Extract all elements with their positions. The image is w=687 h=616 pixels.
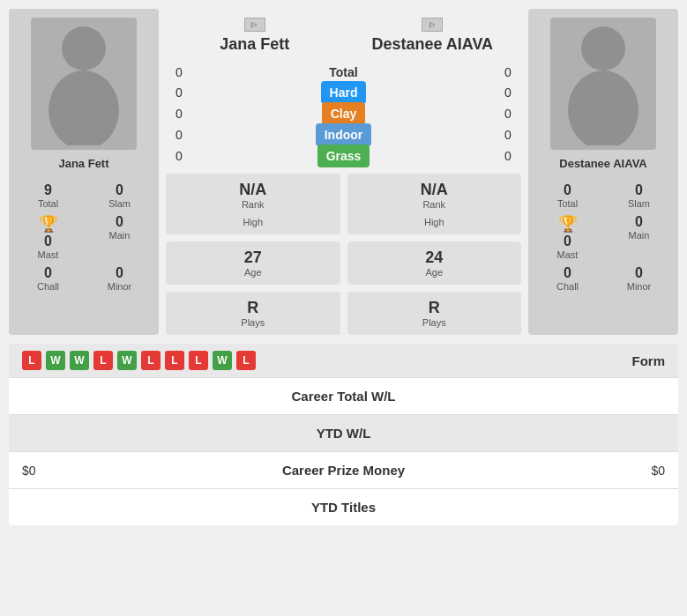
- left-main-cell: 0 Main: [85, 212, 154, 262]
- right-plays-label: Plays: [361, 317, 509, 328]
- left-plays-label: Plays: [179, 317, 327, 328]
- form-label: Form: [632, 353, 666, 368]
- svg-point-2: [581, 26, 625, 71]
- surface-right-clay: 0: [495, 107, 521, 121]
- surface-left-hard: 0: [166, 85, 192, 100]
- surface-row-grass: 0 Grass 0: [166, 145, 521, 167]
- career-prize-row: $0 Career Prize Money $0: [9, 452, 678, 489]
- names-row: 🏳 Jana Fett 🏳 Destanee AIAVA: [166, 9, 521, 63]
- right-main-label: Main: [604, 230, 674, 241]
- main-container: Jana Fett 9 Total 0 Slam 🏆 0 Mast: [0, 0, 687, 534]
- surface-section: 0 Hard 0 0 Clay 0 0 Indoor 0 0 Grass 0: [166, 82, 521, 167]
- form-badge-9: L: [236, 351, 256, 370]
- career-prize-left: $0: [22, 464, 128, 478]
- right-slam-label: Slam: [604, 198, 674, 209]
- left-plays-value: R: [179, 299, 327, 317]
- right-trophy-icon: 🏆: [533, 214, 602, 234]
- right-total-label: Total: [533, 198, 602, 209]
- right-country-flag: 🏳: [422, 18, 443, 32]
- right-chall-label: Chall: [533, 281, 602, 292]
- surface-row-hard: 0 Hard 0: [166, 82, 521, 103]
- ytd-titles-label: YTD Titles: [22, 500, 665, 515]
- surface-right-indoor: 0: [495, 128, 521, 142]
- left-header-name: Jana Fett: [166, 35, 344, 54]
- left-country-flag: 🏳: [244, 18, 265, 32]
- left-total-cell: 9 Total: [13, 181, 83, 211]
- right-slam-cell: 0 Slam: [604, 181, 674, 211]
- center-col: 🏳 Jana Fett 🏳 Destanee AIAVA 0 Total 0: [166, 9, 521, 335]
- left-avatar-image: [31, 18, 137, 150]
- left-plays-panel: R Plays: [166, 292, 340, 335]
- left-minor-value: 0: [85, 265, 154, 281]
- ytd-wl-row: YTD W/L: [9, 415, 678, 452]
- plays-panels-row: R Plays R Plays: [166, 292, 521, 335]
- svg-point-1: [49, 71, 119, 145]
- left-stats-grid: 9 Total 0 Slam 🏆 0 Mast 0 Main: [13, 181, 154, 293]
- surface-right-hard: 0: [495, 85, 521, 100]
- bottom-section: LWWLWLLLWLForm Career Total W/L YTD W/L …: [9, 344, 678, 525]
- left-chall-cell: 0 Chall: [13, 263, 83, 293]
- right-total-value: 0: [533, 182, 602, 198]
- right-minor-cell: 0 Minor: [604, 263, 674, 293]
- right-player-avatar-box: Destanee AIAVA 0 Total 0 Slam 🏆 0 Mast 0: [528, 9, 678, 335]
- right-avatar-image: [550, 18, 656, 150]
- surface-btn-indoor[interactable]: Indoor: [316, 123, 372, 146]
- left-high-label: High: [179, 217, 327, 227]
- form-badge-1: W: [46, 351, 65, 370]
- left-main-label: Main: [85, 230, 154, 241]
- right-mast-label: Mast: [533, 249, 602, 260]
- career-wl-label: Career Total W/L: [22, 389, 665, 404]
- right-age-label: Age: [361, 267, 509, 278]
- career-wl-row: Career Total W/L: [9, 378, 678, 415]
- total-right-val: 0: [495, 65, 521, 79]
- right-age-panel: 24 Age: [347, 241, 522, 285]
- right-plays-panel: R Plays: [347, 292, 522, 335]
- left-rank-value: N/A: [179, 181, 327, 199]
- surface-btn-hard[interactable]: Hard: [321, 81, 367, 104]
- left-slam-label: Slam: [85, 198, 154, 209]
- career-prize-label: Career Prize Money: [128, 463, 559, 478]
- left-age-label: Age: [179, 267, 327, 278]
- form-badge-7: L: [189, 351, 208, 370]
- right-mast-cell: 🏆 0 Mast: [533, 212, 602, 262]
- right-chall-cell: 0 Chall: [533, 263, 602, 293]
- left-trophy-icon: 🏆: [13, 214, 83, 234]
- surface-btn-grass[interactable]: Grass: [317, 145, 370, 167]
- left-chall-value: 0: [13, 265, 83, 281]
- left-slam-value: 0: [85, 182, 154, 198]
- form-badge-5: L: [141, 351, 161, 370]
- right-main-value: 0: [604, 214, 674, 230]
- left-detail-panel: N/A Rank High: [166, 174, 340, 234]
- left-mast-value: 0: [44, 234, 52, 249]
- surface-row-indoor: 0 Indoor 0: [166, 124, 521, 145]
- form-badge-4: W: [117, 351, 137, 370]
- right-minor-value: 0: [604, 265, 674, 281]
- left-rank-label: Rank: [179, 199, 327, 210]
- right-total-cell: 0 Total: [533, 181, 602, 211]
- left-minor-label: Minor: [85, 281, 154, 292]
- left-age-panel: 27 Age: [166, 241, 340, 285]
- right-mast-value: 0: [533, 234, 602, 249]
- left-total-value: 9: [13, 182, 83, 198]
- left-minor-cell: 0 Minor: [85, 263, 154, 293]
- right-chall-value: 0: [533, 265, 602, 281]
- left-player-avatar-box: Jana Fett 9 Total 0 Slam 🏆 0 Mast: [9, 9, 159, 335]
- surface-btn-clay[interactable]: Clay: [322, 102, 366, 125]
- age-panels-row: 27 Age 24 Age: [166, 241, 521, 285]
- left-mast-label: Mast: [13, 249, 83, 260]
- right-plays-value: R: [361, 299, 509, 317]
- right-detail-panel: N/A Rank High: [347, 174, 522, 234]
- form-badge-3: L: [93, 351, 113, 370]
- right-minor-label: Minor: [604, 281, 674, 292]
- right-slam-value: 0: [604, 182, 674, 198]
- left-chall-label: Chall: [13, 281, 83, 292]
- right-rank-value: N/A: [361, 181, 509, 199]
- form-badge-6: L: [165, 351, 184, 370]
- total-left-val: 0: [166, 65, 192, 79]
- left-slam-cell: 0 Slam: [85, 181, 154, 211]
- total-row: 0 Total 0: [166, 63, 521, 82]
- left-mast-cell: 🏆 0 Mast: [13, 212, 83, 262]
- form-badge-8: W: [213, 351, 232, 370]
- total-label: Total: [192, 65, 495, 79]
- right-header-name: Destanee AIAVA: [344, 35, 522, 54]
